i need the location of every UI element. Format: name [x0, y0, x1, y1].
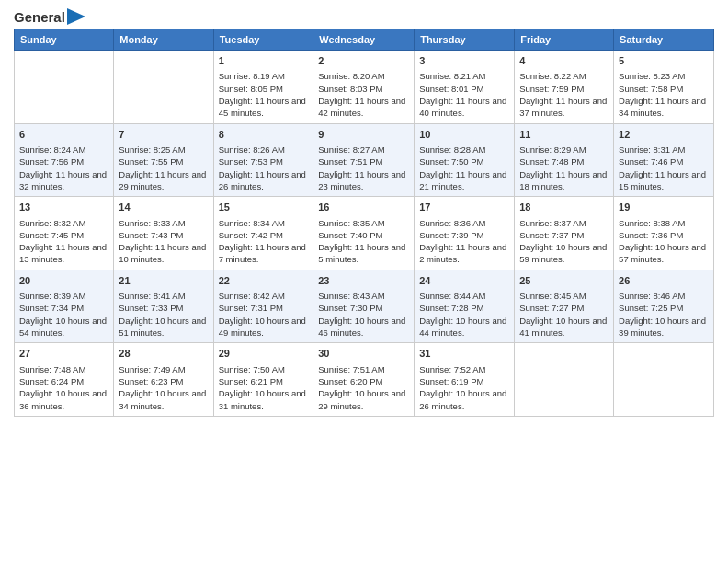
day-info: Sunset: 7:33 PM	[119, 302, 208, 314]
day-info: Sunrise: 8:31 AM	[619, 144, 709, 155]
day-info: Daylight: 11 hours and 13 minutes.	[19, 241, 108, 266]
calendar-cell: 29Sunrise: 7:50 AMSunset: 6:21 PMDayligh…	[213, 343, 313, 417]
day-number: 12	[619, 128, 709, 142]
calendar-cell: 15Sunrise: 8:34 AMSunset: 7:42 PMDayligh…	[213, 197, 313, 270]
day-number: 1	[219, 54, 309, 68]
day-info: Sunset: 6:24 PM	[19, 375, 108, 387]
day-info: Sunset: 7:56 PM	[19, 155, 108, 167]
calendar-cell: 21Sunrise: 8:41 AMSunset: 7:33 PMDayligh…	[114, 270, 213, 343]
day-info: Daylight: 10 hours and 49 minutes.	[219, 315, 309, 339]
day-number: 5	[619, 54, 709, 68]
day-number: 8	[219, 128, 309, 142]
day-number: 16	[318, 201, 409, 214]
header: General	[14, 9, 714, 23]
calendar-week-4: 20Sunrise: 8:39 AMSunset: 7:34 PMDayligh…	[15, 270, 714, 343]
day-number: 7	[119, 128, 208, 142]
day-info: Sunrise: 8:37 AM	[519, 217, 609, 229]
day-info: Sunrise: 8:45 AM	[519, 290, 609, 302]
day-info: Sunrise: 8:32 AM	[19, 217, 108, 229]
day-info: Daylight: 10 hours and 36 minutes.	[19, 387, 108, 412]
day-info: Daylight: 10 hours and 51 minutes.	[119, 315, 208, 339]
calendar-cell: 27Sunrise: 7:48 AMSunset: 6:24 PMDayligh…	[15, 343, 114, 417]
day-info: Sunrise: 8:26 AM	[219, 144, 309, 155]
day-info: Daylight: 10 hours and 26 minutes.	[419, 387, 509, 412]
day-info: Daylight: 10 hours and 29 minutes.	[318, 387, 409, 412]
day-info: Sunset: 7:46 PM	[619, 155, 709, 167]
day-info: Sunset: 7:53 PM	[219, 155, 309, 167]
logo: General	[14, 9, 85, 23]
calendar-cell: 24Sunrise: 8:44 AMSunset: 7:28 PMDayligh…	[415, 270, 515, 343]
day-number: 9	[318, 128, 409, 142]
calendar-week-5: 27Sunrise: 7:48 AMSunset: 6:24 PMDayligh…	[15, 343, 714, 417]
day-info: Sunset: 8:03 PM	[318, 83, 409, 95]
day-info: Sunset: 7:39 PM	[419, 229, 509, 241]
day-info: Sunrise: 8:36 AM	[419, 217, 509, 229]
day-info: Sunrise: 8:35 AM	[318, 217, 409, 229]
day-info: Daylight: 11 hours and 15 minutes.	[619, 168, 709, 193]
day-info: Daylight: 11 hours and 7 minutes.	[219, 241, 309, 266]
calendar-header-friday: Friday	[515, 29, 614, 51]
day-info: Daylight: 11 hours and 5 minutes.	[318, 241, 409, 266]
day-info: Daylight: 11 hours and 32 minutes.	[19, 168, 108, 193]
calendar-cell: 6Sunrise: 8:24 AMSunset: 7:56 PMDaylight…	[15, 123, 114, 197]
day-info: Daylight: 10 hours and 31 minutes.	[219, 387, 309, 412]
calendar-cell: 20Sunrise: 8:39 AMSunset: 7:34 PMDayligh…	[15, 270, 114, 343]
day-info: Sunrise: 8:39 AM	[19, 290, 108, 302]
day-number: 27	[19, 347, 108, 361]
calendar-cell: 5Sunrise: 8:23 AMSunset: 7:58 PMDaylight…	[614, 51, 714, 124]
day-info: Sunrise: 8:43 AM	[318, 290, 409, 302]
day-info: Sunset: 7:28 PM	[419, 302, 509, 314]
day-info: Daylight: 11 hours and 40 minutes.	[419, 95, 509, 120]
calendar-cell: 18Sunrise: 8:37 AMSunset: 7:37 PMDayligh…	[515, 197, 614, 270]
calendar-cell	[515, 343, 614, 417]
calendar-cell: 23Sunrise: 8:43 AMSunset: 7:30 PMDayligh…	[313, 270, 415, 343]
calendar-cell: 17Sunrise: 8:36 AMSunset: 7:39 PMDayligh…	[415, 197, 515, 270]
day-info: Daylight: 10 hours and 41 minutes.	[519, 315, 609, 339]
day-number: 22	[219, 274, 309, 288]
day-info: Sunset: 6:20 PM	[318, 375, 409, 387]
day-number: 3	[419, 54, 509, 68]
page: General SundayMondayTuesdayWednesdayThur…	[0, 0, 728, 563]
day-number: 26	[619, 274, 709, 288]
day-number: 10	[419, 128, 509, 142]
day-info: Daylight: 10 hours and 39 minutes.	[619, 315, 709, 339]
day-info: Sunrise: 8:44 AM	[419, 290, 509, 302]
calendar-cell: 1Sunrise: 8:19 AMSunset: 8:05 PMDaylight…	[213, 51, 313, 124]
day-info: Sunset: 6:19 PM	[419, 375, 509, 387]
calendar-week-2: 6Sunrise: 8:24 AMSunset: 7:56 PMDaylight…	[15, 123, 714, 197]
day-info: Sunset: 7:36 PM	[619, 229, 709, 241]
day-info: Sunset: 6:21 PM	[219, 375, 309, 387]
day-number: 21	[119, 274, 208, 288]
day-info: Sunset: 7:42 PM	[219, 229, 309, 241]
calendar-header-thursday: Thursday	[415, 29, 515, 51]
calendar-cell: 4Sunrise: 8:22 AMSunset: 7:59 PMDaylight…	[515, 51, 614, 124]
day-info: Sunrise: 8:25 AM	[119, 144, 208, 155]
calendar-cell: 3Sunrise: 8:21 AMSunset: 8:01 PMDaylight…	[415, 51, 515, 124]
logo-general: General	[14, 9, 65, 25]
calendar-week-1: 1Sunrise: 8:19 AMSunset: 8:05 PMDaylight…	[15, 51, 714, 124]
day-info: Sunrise: 7:49 AM	[119, 363, 208, 375]
day-number: 30	[318, 347, 409, 361]
day-info: Sunset: 7:58 PM	[619, 83, 709, 95]
day-info: Sunset: 7:31 PM	[219, 302, 309, 314]
calendar-cell: 19Sunrise: 8:38 AMSunset: 7:36 PMDayligh…	[614, 197, 714, 270]
day-number: 11	[519, 128, 609, 142]
day-info: Sunrise: 8:19 AM	[219, 70, 309, 82]
day-info: Sunrise: 8:33 AM	[119, 217, 208, 229]
day-info: Sunrise: 8:27 AM	[318, 144, 409, 155]
calendar-cell: 31Sunrise: 7:52 AMSunset: 6:19 PMDayligh…	[415, 343, 515, 417]
day-info: Sunrise: 8:28 AM	[419, 144, 509, 155]
calendar-cell: 11Sunrise: 8:29 AMSunset: 7:48 PMDayligh…	[515, 123, 614, 197]
day-number: 28	[119, 347, 208, 361]
day-number: 14	[119, 201, 208, 214]
day-info: Sunrise: 7:51 AM	[318, 363, 409, 375]
calendar-cell: 26Sunrise: 8:46 AMSunset: 7:25 PMDayligh…	[614, 270, 714, 343]
svg-marker-0	[67, 8, 85, 25]
day-info: Sunrise: 8:21 AM	[419, 70, 509, 82]
day-info: Daylight: 11 hours and 42 minutes.	[318, 95, 409, 120]
calendar-header-row: SundayMondayTuesdayWednesdayThursdayFrid…	[15, 29, 714, 51]
day-info: Sunset: 8:05 PM	[219, 83, 309, 95]
day-info: Daylight: 11 hours and 29 minutes.	[119, 168, 208, 193]
calendar-cell: 2Sunrise: 8:20 AMSunset: 8:03 PMDaylight…	[313, 51, 415, 124]
day-info: Sunrise: 8:24 AM	[19, 144, 108, 155]
